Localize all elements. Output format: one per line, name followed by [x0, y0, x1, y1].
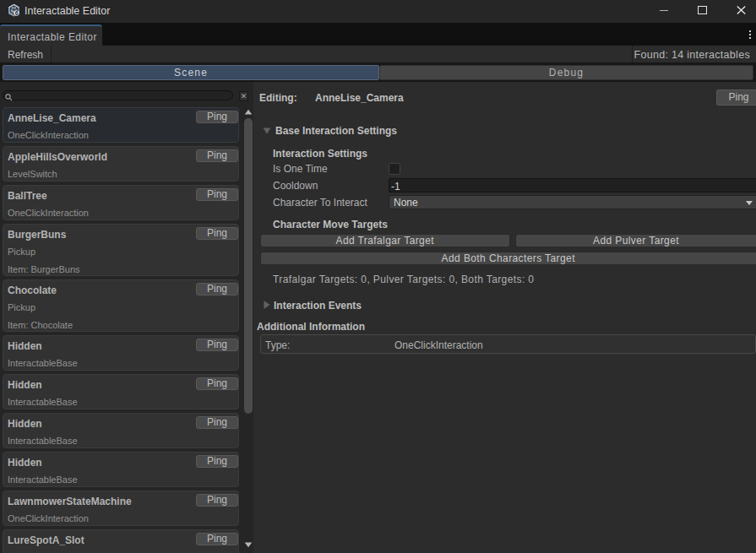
svg-text:6: 6	[15, 10, 19, 16]
